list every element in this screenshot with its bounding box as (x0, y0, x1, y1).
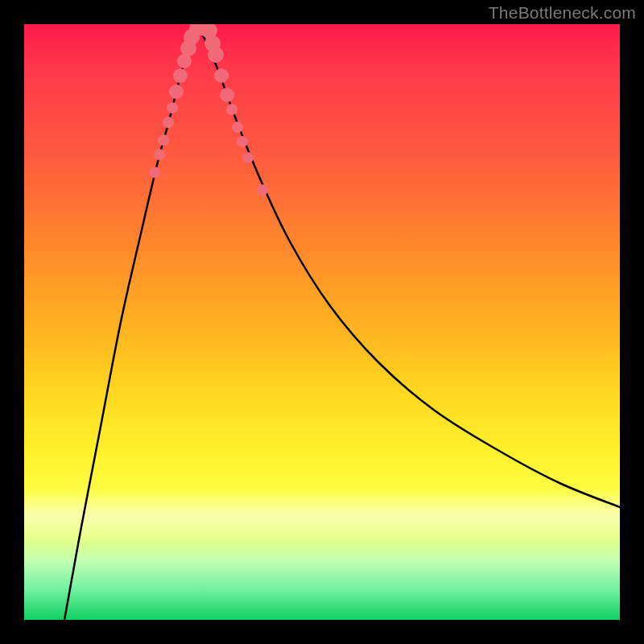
plot-area (24, 24, 620, 620)
data-point (226, 104, 237, 115)
data-point (242, 152, 254, 163)
data-point (237, 136, 248, 147)
curve-left-branch (64, 26, 198, 620)
data-point (257, 184, 268, 196)
data-point (214, 68, 229, 83)
data-point (232, 122, 243, 133)
curve-right-branch (198, 26, 620, 507)
data-point (154, 149, 165, 160)
series-group (64, 26, 620, 620)
data-point (173, 68, 188, 83)
chart-svg (24, 24, 620, 620)
watermark-text: TheBottleneck.com (489, 3, 636, 23)
data-point (167, 102, 178, 114)
data-point (149, 167, 160, 178)
data-point (163, 117, 174, 128)
data-point (169, 85, 184, 99)
data-point (208, 47, 224, 63)
data-point (220, 88, 234, 102)
points-group (149, 24, 268, 196)
data-point (158, 134, 169, 146)
